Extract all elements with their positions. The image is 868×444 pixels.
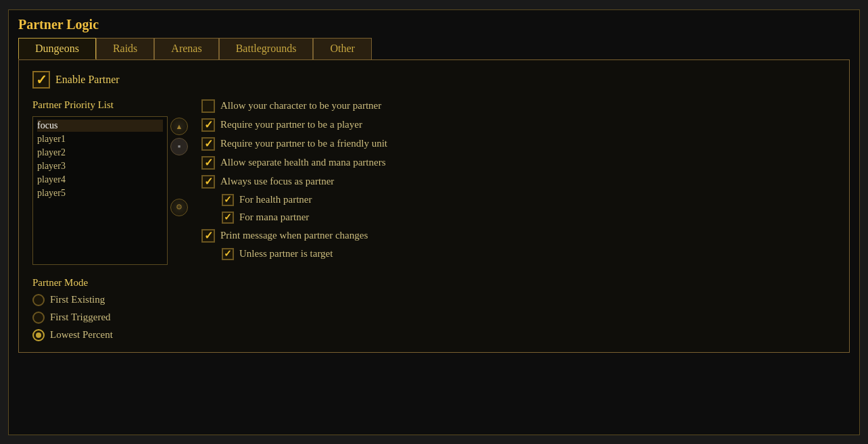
enable-partner-checkbox[interactable]: ✓ (32, 71, 50, 89)
tab-arenas[interactable]: Arenas (154, 38, 218, 59)
print-message-label: Print message when partner changes (220, 230, 368, 241)
tab-battlegrounds[interactable]: Battlegrounds (219, 38, 314, 59)
radio-lowest-percent[interactable]: Lowest Percent (32, 329, 188, 341)
radio-first-triggered[interactable]: First Triggered (32, 312, 188, 324)
delete-button[interactable]: ▪ (170, 138, 188, 155)
tab-bar: Dungeons Raids Arenas Battlegrounds Othe… (18, 38, 850, 59)
tab-other[interactable]: Other (313, 38, 371, 59)
tab-dungeons[interactable]: Dungeons (18, 38, 96, 59)
allow-separate-checkbox[interactable]: ✓ (201, 156, 215, 170)
tab-raids[interactable]: Raids (96, 38, 154, 59)
radio-lowest-percent-dot (36, 332, 41, 338)
allow-character-checkbox[interactable] (201, 99, 215, 113)
partner-logic-window: Partner Logic Dungeons Raids Arenas Batt… (8, 9, 860, 435)
move-up-button[interactable]: ▲ (170, 118, 188, 135)
radio-lowest-percent-btn[interactable] (32, 329, 45, 341)
radio-first-triggered-btn[interactable] (32, 312, 45, 324)
require-player-label: Require your partner to be a player (220, 119, 362, 130)
enable-partner-row: ✓ Enable Partner (32, 71, 836, 89)
for-mana-checkbox[interactable]: ✓ (222, 212, 234, 224)
radio-lowest-percent-label: Lowest Percent (50, 329, 113, 341)
print-message-checkbox[interactable]: ✓ (201, 229, 215, 243)
radio-first-existing[interactable]: First Existing (32, 294, 188, 306)
right-column: Allow your character to be your partner … (201, 99, 836, 260)
checkbox-row-for-health: ✓ For health partner (222, 194, 836, 206)
partner-mode-label: Partner Mode (32, 277, 188, 289)
checkbox-row-print-message: ✓ Print message when partner changes (201, 229, 836, 243)
radio-first-existing-btn[interactable] (32, 294, 45, 306)
window-title: Partner Logic (18, 17, 850, 32)
always-focus-label: Always use focus as partner (220, 176, 334, 187)
allow-character-label: Allow your character to be your partner (220, 100, 381, 112)
checkbox-row-allow-separate: ✓ Allow separate health and mana partner… (201, 156, 836, 170)
checkbox-row-require-friendly: ✓ Require your partner to be a friendly … (201, 137, 836, 151)
require-player-checkbox[interactable]: ✓ (201, 118, 215, 132)
radio-first-triggered-label: First Triggered (50, 312, 111, 323)
main-layout: Partner Priority List focus player1 play… (32, 99, 836, 341)
allow-separate-label: Allow separate health and mana partners (220, 157, 385, 168)
partner-mode-section: Partner Mode First Existing First Trigge… (32, 277, 188, 341)
radio-first-existing-dot (36, 297, 41, 303)
list-item[interactable]: focus (37, 120, 163, 132)
radio-first-triggered-dot (36, 315, 41, 320)
for-health-checkbox[interactable]: ✓ (222, 194, 234, 206)
checkbox-row-for-mana: ✓ For mana partner (222, 212, 836, 224)
enable-checkmark: ✓ (36, 72, 47, 88)
list-item[interactable]: player4 (37, 174, 163, 186)
enable-partner-label: Enable Partner (55, 74, 120, 86)
left-column: Partner Priority List focus player1 play… (32, 99, 188, 341)
unless-target-checkbox[interactable]: ✓ (222, 248, 234, 260)
always-focus-checkbox[interactable]: ✓ (201, 175, 215, 189)
checkbox-row-allow-character: Allow your character to be your partner (201, 99, 836, 113)
move-down-button[interactable]: ⚙ (170, 199, 188, 216)
checkbox-row-unless-target: ✓ Unless partner is target (222, 248, 836, 260)
require-friendly-label: Require your partner to be a friendly un… (220, 138, 387, 149)
for-mana-label: For mana partner (239, 212, 309, 223)
radio-first-existing-label: First Existing (50, 294, 105, 305)
unless-target-label: Unless partner is target (239, 248, 333, 260)
list-item[interactable]: player1 (37, 133, 163, 145)
list-item[interactable]: player3 (37, 160, 163, 172)
list-item[interactable]: player5 (37, 187, 163, 199)
for-health-label: For health partner (239, 194, 312, 205)
checkbox-row-always-focus: ✓ Always use focus as partner (201, 175, 836, 189)
checkbox-row-require-player: ✓ Require your partner to be a player (201, 118, 836, 132)
priority-list: focus player1 player2 player3 player4 (32, 116, 168, 265)
priority-buttons: ▲ ▪ ⚙ (170, 118, 188, 216)
priority-container: focus player1 player2 player3 player4 (32, 116, 188, 265)
priority-list-label: Partner Priority List (32, 99, 188, 111)
list-item[interactable]: player2 (37, 147, 163, 159)
require-friendly-checkbox[interactable]: ✓ (201, 137, 215, 151)
content-panel: ✓ Enable Partner Partner Priority List f… (18, 59, 850, 353)
